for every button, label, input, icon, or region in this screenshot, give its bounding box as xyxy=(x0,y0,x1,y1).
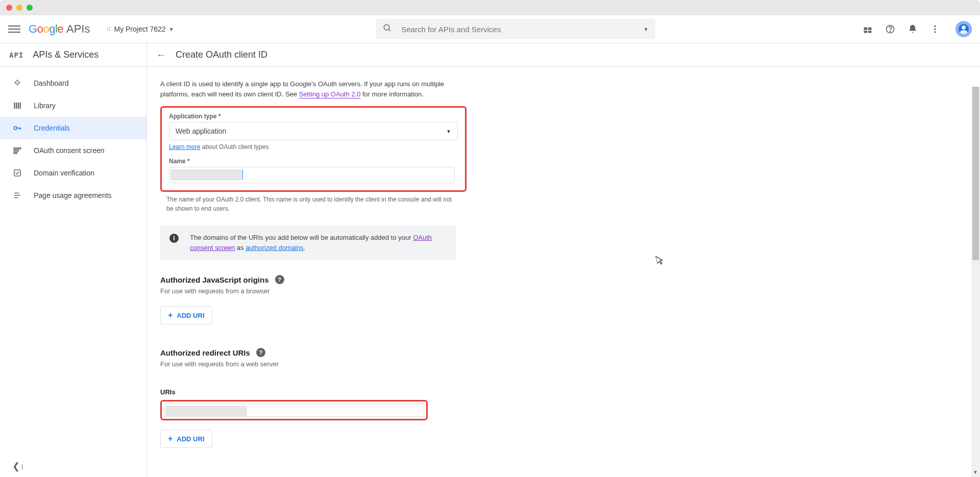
info-callout: i The domains of the URIs you add below … xyxy=(160,225,456,260)
sidebar-item-label: Domain verification xyxy=(34,169,94,177)
add-uri-button-js[interactable]: + ADD URI xyxy=(160,306,212,324)
sidebar-item-dashboard[interactable]: Dashboard xyxy=(0,72,146,94)
more-vert-icon[interactable] xyxy=(929,23,941,35)
gift-icon[interactable] xyxy=(862,23,874,35)
svg-point-7 xyxy=(890,31,890,32)
sidebar-item-domain-verification[interactable]: Domain verification xyxy=(0,162,146,184)
help-icon[interactable]: ? xyxy=(275,275,284,284)
js-origins-sub: For use with requests from a browser xyxy=(160,287,980,295)
search-input[interactable] xyxy=(401,25,643,34)
search-box[interactable]: ▼ xyxy=(376,19,655,39)
info-text: The domains of the URIs you add below wi… xyxy=(190,233,447,253)
svg-rect-19 xyxy=(14,148,21,149)
google-apis-logo[interactable]: Google APIs xyxy=(29,22,90,36)
search-icon xyxy=(383,23,392,35)
app-type-select[interactable]: Web application ▼ xyxy=(169,122,458,140)
sidebar-heading: API APIs & Services xyxy=(0,43,146,67)
learn-more-suffix: about OAuth client types xyxy=(200,143,268,150)
svg-point-0 xyxy=(384,24,390,30)
svg-rect-14 xyxy=(20,103,21,109)
uri-input[interactable] xyxy=(164,404,424,417)
svg-rect-12 xyxy=(16,103,17,109)
help-icon[interactable]: ? xyxy=(256,348,265,357)
project-selector[interactable]: ⁖ My Project 7622 ▼ xyxy=(102,21,178,37)
uris-label: URIs xyxy=(160,388,980,396)
redacted-value xyxy=(165,406,247,417)
page-header: ← Create OAuth client ID xyxy=(147,43,980,67)
agreements-icon xyxy=(12,191,22,200)
scrollbar-thumb[interactable] xyxy=(972,87,979,260)
page-title: Create OAuth client ID xyxy=(176,49,267,60)
google-logo: Google xyxy=(29,22,63,36)
plus-icon: + xyxy=(168,434,173,443)
svg-rect-3 xyxy=(868,28,872,30)
js-origins-title: Authorized JavaScript origins xyxy=(160,275,269,284)
info-domains-link[interactable]: authorized domains xyxy=(246,244,303,252)
learn-more-link[interactable]: Learn more xyxy=(169,143,200,150)
svg-rect-2 xyxy=(864,28,868,30)
intro-link[interactable]: Setting up OAuth 2.0 xyxy=(299,90,361,98)
info-mid: as xyxy=(235,244,246,252)
chevron-down-icon: ▼ xyxy=(169,27,174,32)
project-dots-icon: ⁖ xyxy=(106,24,111,34)
window-minimize-dot[interactable] xyxy=(16,5,22,11)
sidebar-item-label: Page usage agreements xyxy=(34,191,112,199)
sidebar-item-label: Dashboard xyxy=(34,79,69,87)
sidebar: API APIs & Services Dashboard Library Cr… xyxy=(0,43,147,477)
svg-point-8 xyxy=(934,26,936,27)
window-zoom-dot[interactable] xyxy=(27,5,33,11)
consent-icon xyxy=(12,146,22,155)
scrollbar-track[interactable]: ▼ xyxy=(971,87,980,477)
highlighted-uri-input xyxy=(160,400,428,420)
name-helper-text: The name of your OAuth 2.0 client. This … xyxy=(166,195,452,213)
info-icon: i xyxy=(169,234,179,243)
add-uri-button-redirect[interactable]: + ADD URI xyxy=(160,430,212,448)
app-type-label: Application type * xyxy=(169,113,458,120)
intro-suffix: for more information. xyxy=(360,90,424,98)
back-arrow-icon[interactable]: ← xyxy=(156,49,166,61)
svg-rect-13 xyxy=(18,103,19,109)
name-input[interactable] xyxy=(169,167,455,183)
redirect-sub: For use with requests from a web server xyxy=(160,360,980,368)
project-name: My Project 7622 xyxy=(114,25,165,33)
main-content: ← Create OAuth client ID A client ID is … xyxy=(147,43,980,477)
sidebar-item-library[interactable]: Library xyxy=(0,94,146,117)
search-dropdown-icon[interactable]: ▼ xyxy=(643,27,648,32)
sidebar-item-oauth-consent[interactable]: OAuth consent screen xyxy=(0,139,146,162)
window-close-dot[interactable] xyxy=(6,5,12,11)
account-avatar[interactable] xyxy=(955,21,972,37)
library-icon xyxy=(12,101,22,110)
dashboard-icon xyxy=(12,79,22,88)
svg-rect-11 xyxy=(14,103,15,109)
hamburger-icon[interactable] xyxy=(8,23,20,35)
highlighted-form-section: Application type * Web application ▼ Lea… xyxy=(160,106,467,192)
redacted-value xyxy=(170,169,242,181)
sidebar-item-label: Library xyxy=(34,102,56,110)
add-uri-label: ADD URI xyxy=(177,435,204,443)
bell-icon[interactable] xyxy=(906,23,919,35)
top-bar: Google APIs ⁖ My Project 7622 ▼ ▼ xyxy=(0,15,980,43)
svg-point-15 xyxy=(14,127,17,130)
svg-rect-22 xyxy=(14,170,20,176)
redirect-uris-heading: Authorized redirect URIs ? xyxy=(160,348,980,357)
redirect-title: Authorized redirect URIs xyxy=(160,348,250,357)
plus-icon: + xyxy=(168,311,173,320)
sidebar-item-label: Credentials xyxy=(34,124,70,132)
sidebar-item-label: OAuth consent screen xyxy=(34,146,105,155)
chevron-down-icon: ▼ xyxy=(446,129,451,134)
info-prefix: The domains of the URIs you add below wi… xyxy=(190,234,413,241)
collapse-sidebar-button[interactable]: ❮❘ xyxy=(12,461,24,472)
name-label: Name * xyxy=(169,158,458,165)
svg-rect-20 xyxy=(14,150,18,151)
top-icons xyxy=(862,21,972,37)
help-icon[interactable] xyxy=(884,23,896,35)
svg-point-10 xyxy=(934,31,936,33)
verify-icon xyxy=(12,168,22,178)
apis-label: APIs xyxy=(66,22,90,36)
scroll-down-arrow-icon[interactable]: ▼ xyxy=(973,469,978,475)
svg-rect-21 xyxy=(14,153,17,154)
js-origins-heading: Authorized JavaScript origins ? xyxy=(160,275,980,284)
sidebar-heading-label: APIs & Services xyxy=(33,49,99,60)
sidebar-item-page-usage[interactable]: Page usage agreements xyxy=(0,184,146,207)
sidebar-item-credentials[interactable]: Credentials xyxy=(0,117,146,139)
